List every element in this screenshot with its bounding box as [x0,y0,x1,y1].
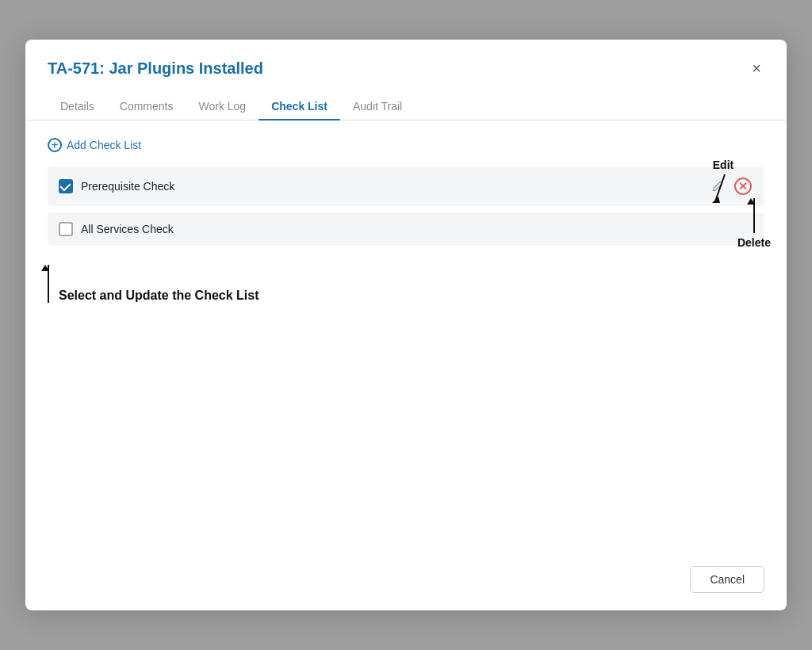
checklist-items: Prerequisite Check ✕ [48,166,764,246]
close-button[interactable]: × [749,57,764,79]
cancel-button[interactable]: Cancel [690,566,764,593]
modal-body: + Add Check List Edit [25,120,787,554]
tab-bar: Details Comments Work Log Check List Aud… [25,94,787,120]
tab-worklog[interactable]: Work Log [186,94,259,120]
add-checklist-button[interactable]: + Add Check List [48,138,141,152]
checklist-item-2-left: All Services Check [59,222,174,236]
checklist-label-2: All Services Check [81,223,174,235]
delete-circle-icon: ✕ [734,178,752,195]
edit-button-1[interactable] [707,178,728,194]
tab-comments[interactable]: Comments [107,94,186,120]
checklist-item-2: All Services Check [48,212,764,246]
checklist-label-1: Prerequisite Check [81,180,174,193]
modal-dialog: TA-571: Jar Plugins Installed × Details … [25,40,787,610]
modal-title: TA-571: Jar Plugins Installed [48,59,263,78]
modal-header: TA-571: Jar Plugins Installed × [25,40,787,79]
checklist-checkbox-2[interactable] [59,222,73,236]
select-update-label: Select and Update the Check List [59,289,259,303]
checklist-checkbox-1[interactable] [59,179,73,193]
tab-checklist[interactable]: Check List [259,94,340,120]
tab-details[interactable]: Details [48,94,107,120]
pencil-icon [711,180,724,193]
add-checklist-label: Add Check List [67,139,141,151]
tab-audittrail[interactable]: Audit Trail [340,94,415,120]
checklist-item: Prerequisite Check ✕ [48,166,764,206]
delete-button-1[interactable]: ✕ [733,176,753,197]
modal-footer: Cancel [25,553,787,610]
checklist-item-left: Prerequisite Check [59,179,174,193]
checklist-item-1-actions: ✕ [707,176,753,197]
plus-icon: + [48,138,62,152]
